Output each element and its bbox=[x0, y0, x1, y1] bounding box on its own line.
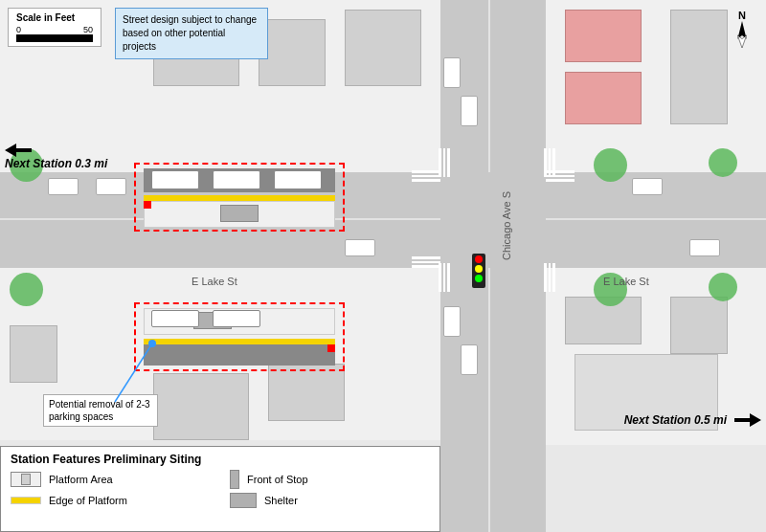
tree-4 bbox=[709, 148, 737, 177]
platform-box-upper bbox=[134, 163, 345, 232]
platform-dark-lower bbox=[144, 344, 335, 366]
car-8 bbox=[443, 306, 461, 337]
tl-green bbox=[475, 275, 483, 282]
scale-title: Scale in Feet bbox=[16, 12, 93, 23]
legend-edge-row: Edge of Platform bbox=[11, 493, 211, 508]
svg-marker-1 bbox=[737, 35, 746, 48]
scale-bar: Scale in Feet 0 50 bbox=[8, 8, 101, 47]
svg-marker-3 bbox=[734, 413, 761, 427]
building-br-2 bbox=[670, 297, 728, 354]
svg-marker-2 bbox=[5, 144, 32, 157]
lane-divider-2 bbox=[546, 218, 766, 220]
scale-black-bar bbox=[16, 34, 93, 42]
crosswalk-v-bottom-left bbox=[439, 263, 450, 292]
scale-start: 0 bbox=[16, 25, 21, 34]
car-6 bbox=[443, 57, 461, 88]
tree-3 bbox=[594, 148, 627, 182]
legend-items: Platform Area Front of Stop Edge of Plat… bbox=[11, 470, 430, 508]
car-5 bbox=[689, 239, 720, 256]
scale-end: 50 bbox=[83, 25, 93, 34]
north-label: N bbox=[738, 10, 746, 21]
lane-divider-v2 bbox=[488, 268, 490, 532]
front-marker-upper bbox=[144, 201, 151, 209]
crosswalk-v-top-right bbox=[544, 148, 555, 177]
car-3 bbox=[345, 239, 375, 256]
traffic-light bbox=[472, 254, 485, 288]
legend-front-stop-icon bbox=[230, 470, 239, 489]
arrow-right-icon bbox=[732, 413, 761, 427]
parking-note: Potential removal of 2-3 parking spaces bbox=[43, 394, 158, 427]
lane-divider-v1 bbox=[488, 0, 490, 172]
legend-edge-icon bbox=[11, 497, 41, 504]
notice-text: Street design subject to change based on… bbox=[123, 14, 257, 52]
tree-2 bbox=[10, 273, 43, 306]
tree-6 bbox=[709, 273, 737, 301]
north-arrow: N bbox=[728, 10, 756, 48]
crosswalk-v-top bbox=[439, 148, 450, 177]
intersection bbox=[440, 172, 546, 268]
map-container: E Lake St E Lake St Chicago Ave S Scale … bbox=[0, 0, 766, 532]
tram-upper-1 bbox=[151, 170, 199, 189]
crosswalk-top-left bbox=[412, 170, 440, 182]
crosswalk-v-bottom-right bbox=[544, 263, 555, 292]
car-7 bbox=[461, 96, 478, 126]
notice-box: Street design subject to change based on… bbox=[115, 8, 268, 59]
car-4 bbox=[632, 178, 663, 195]
legend-front-stop-row: Front of Stop bbox=[230, 470, 430, 489]
legend-shelter-label: Shelter bbox=[264, 495, 298, 506]
crosswalk-bottom-left bbox=[412, 256, 440, 268]
next-station-left-label: Next Station 0.3 mi bbox=[5, 157, 107, 170]
legend-title: Station Features Preliminary Siting bbox=[11, 453, 430, 466]
legend: Station Features Preliminary Siting Plat… bbox=[0, 446, 440, 532]
legend-platform-area-row: Platform Area bbox=[11, 470, 211, 489]
parking-note-text: Potential removal of 2-3 parking spaces bbox=[49, 399, 150, 422]
building-gray-1 bbox=[670, 10, 728, 124]
building-red-1 bbox=[565, 10, 642, 62]
car-9 bbox=[461, 344, 478, 375]
north-arrow-svg bbox=[732, 21, 752, 48]
arrow-left-icon bbox=[5, 144, 34, 157]
legend-shelter-row: Shelter bbox=[230, 493, 430, 508]
tree-5 bbox=[594, 273, 627, 306]
tram-lower-1 bbox=[151, 310, 199, 327]
legend-front-stop-label: Front of Stop bbox=[247, 474, 308, 485]
car-2 bbox=[96, 178, 126, 195]
building-bl-2 bbox=[153, 373, 249, 440]
next-station-left: Next Station 0.3 mi bbox=[5, 144, 107, 170]
building-tl-3 bbox=[345, 10, 421, 86]
tl-red bbox=[475, 255, 483, 263]
building-bl-3 bbox=[268, 364, 345, 421]
tl-yellow bbox=[475, 265, 483, 273]
next-station-right-label: Next Station 0.5 mi bbox=[624, 413, 727, 427]
tram-lower-2 bbox=[213, 310, 260, 327]
next-station-right: Next Station 0.5 mi bbox=[624, 413, 761, 427]
building-red-2 bbox=[565, 72, 642, 124]
legend-edge-label: Edge of Platform bbox=[49, 495, 127, 506]
car-1 bbox=[48, 178, 79, 195]
platform-box-lower bbox=[134, 302, 345, 371]
parking-dot bbox=[148, 340, 156, 347]
legend-shelter-icon bbox=[230, 493, 257, 508]
shelter-upper bbox=[220, 205, 259, 222]
legend-platform-area-inner bbox=[21, 474, 31, 485]
front-marker-lower bbox=[327, 344, 335, 352]
tram-upper-2 bbox=[213, 170, 260, 189]
building-bl-1 bbox=[10, 325, 57, 383]
legend-platform-area-icon bbox=[11, 472, 41, 487]
legend-platform-area-label: Platform Area bbox=[49, 474, 113, 485]
building-tl-2 bbox=[259, 19, 326, 86]
tram-upper-3 bbox=[274, 170, 322, 189]
